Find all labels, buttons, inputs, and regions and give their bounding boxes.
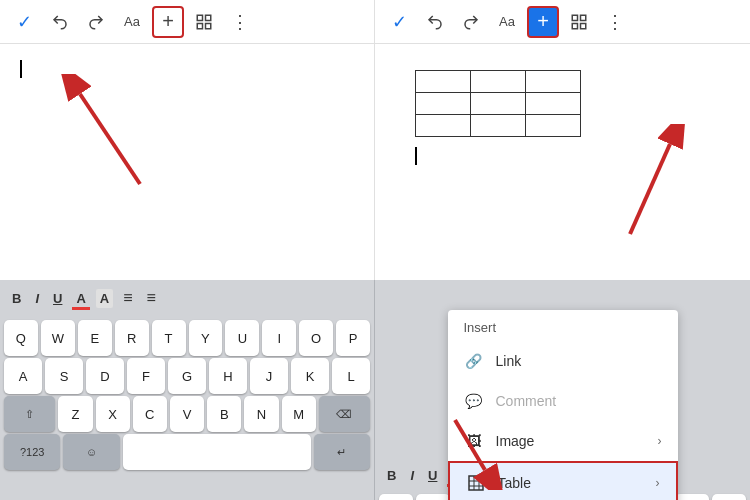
key-o[interactable]: O [299, 320, 333, 356]
more-button-right[interactable]: ⋮ [599, 6, 631, 38]
backspace-key-left[interactable]: ⌫ [319, 396, 370, 432]
menu-item-link[interactable]: 🔗 Link [448, 341, 678, 381]
grid-button-right[interactable] [563, 6, 595, 38]
table-cell[interactable] [471, 115, 526, 137]
underline-button-right[interactable]: U [424, 466, 441, 485]
list-button-left[interactable]: ≡ [143, 287, 160, 309]
toolbar-right: ✓ Aa + ⋮ [375, 0, 750, 44]
svg-rect-12 [469, 476, 483, 490]
key-k[interactable]: K [291, 358, 329, 394]
toolbar-left: ✓ Aa + ⋮ [0, 0, 374, 44]
key-j[interactable]: J [250, 358, 288, 394]
emoji-key-left[interactable]: ☺ [63, 434, 119, 470]
table-cell[interactable] [416, 93, 471, 115]
undo-button-right[interactable] [419, 6, 451, 38]
key-row-2-left: A S D F G H J K L [4, 358, 370, 394]
menu-item-label-comment: Comment [496, 393, 557, 409]
table-cell[interactable] [526, 115, 581, 137]
key-b[interactable]: B [207, 396, 241, 432]
comment-icon: 💬 [464, 391, 484, 411]
inserted-table [415, 70, 581, 137]
shift-key-left[interactable]: ⇧ [4, 396, 55, 432]
svg-rect-9 [581, 23, 586, 28]
key-w-r[interactable]: W [416, 494, 450, 500]
menu-item-label-link: Link [496, 353, 522, 369]
table-cell[interactable] [416, 115, 471, 137]
bold-button-left[interactable]: B [8, 289, 25, 308]
bold-button-right[interactable]: B [383, 466, 400, 485]
italic-button-left[interactable]: I [31, 289, 43, 308]
key-o-r[interactable]: O [675, 494, 709, 500]
key-i[interactable]: I [262, 320, 296, 356]
redo-button-left[interactable] [80, 6, 112, 38]
text-color-button-left[interactable]: A [72, 289, 89, 308]
key-m[interactable]: M [282, 396, 316, 432]
arrow-to-table [610, 124, 710, 244]
key-y[interactable]: Y [189, 320, 223, 356]
key-u[interactable]: U [225, 320, 259, 356]
menu-item-table[interactable]: Table › [448, 461, 678, 500]
key-n[interactable]: N [244, 396, 278, 432]
key-l[interactable]: L [332, 358, 370, 394]
key-z[interactable]: Z [58, 396, 92, 432]
grid-button-left[interactable] [188, 6, 220, 38]
key-v[interactable]: V [170, 396, 204, 432]
key-h[interactable]: H [209, 358, 247, 394]
undo-button-left[interactable] [44, 6, 76, 38]
key-q-r[interactable]: Q [379, 494, 413, 500]
key-t[interactable]: T [152, 320, 186, 356]
svg-line-5 [80, 94, 140, 184]
underline-button-left[interactable]: U [49, 289, 66, 308]
font-button-right[interactable]: Aa [491, 6, 523, 38]
table-cell[interactable] [471, 93, 526, 115]
link-icon: 🔗 [464, 351, 484, 371]
key-w[interactable]: W [41, 320, 75, 356]
table-cell[interactable] [526, 93, 581, 115]
menu-header: Insert [448, 310, 678, 341]
menu-item-comment[interactable]: 💬 Comment [448, 381, 678, 421]
keyboard-right-area: Insert 🔗 Link 💬 Comment 🖼 Image › [375, 280, 750, 500]
cursor-left [20, 60, 22, 78]
key-g[interactable]: G [168, 358, 206, 394]
key-p-r[interactable]: P [712, 494, 746, 500]
key-row-4-left: ?123 ☺ ↵ [4, 434, 370, 470]
num-key-left[interactable]: ?123 [4, 434, 60, 470]
svg-rect-0 [197, 15, 202, 20]
cursor-right [415, 147, 730, 169]
key-row-3-left: ⇧ Z X C V B N M ⌫ [4, 396, 370, 432]
key-d[interactable]: D [86, 358, 124, 394]
key-c[interactable]: C [133, 396, 167, 432]
menu-item-label-table: Table [498, 475, 531, 491]
highlight-button-left[interactable]: A [96, 289, 113, 308]
more-button-left[interactable]: ⋮ [224, 6, 256, 38]
check-button-right[interactable]: ✓ [383, 6, 415, 38]
key-s[interactable]: S [45, 358, 83, 394]
key-p[interactable]: P [336, 320, 370, 356]
enter-key-left[interactable]: ↵ [314, 434, 370, 470]
arrow-to-add-button [60, 74, 180, 194]
insert-context-menu: Insert 🔗 Link 💬 Comment 🖼 Image › [448, 310, 678, 500]
key-q[interactable]: Q [4, 320, 38, 356]
table-cell[interactable] [416, 71, 471, 93]
key-x[interactable]: X [96, 396, 130, 432]
menu-item-image[interactable]: 🖼 Image › [448, 421, 678, 461]
font-button-left[interactable]: Aa [116, 6, 148, 38]
space-key-left[interactable] [123, 434, 311, 470]
key-r[interactable]: R [115, 320, 149, 356]
table-cell[interactable] [471, 71, 526, 93]
svg-rect-2 [197, 23, 202, 28]
svg-rect-7 [581, 15, 586, 20]
svg-rect-3 [206, 23, 211, 28]
add-button-right[interactable]: + [527, 6, 559, 38]
key-a[interactable]: A [4, 358, 42, 394]
italic-button-right[interactable]: I [406, 466, 418, 485]
table-cell[interactable] [526, 71, 581, 93]
add-button-left[interactable]: + [152, 6, 184, 38]
align-button-left[interactable]: ≡ [119, 287, 136, 309]
redo-button-right[interactable] [455, 6, 487, 38]
table-icon [466, 473, 486, 493]
table-arrow-icon: › [656, 476, 660, 490]
key-e[interactable]: E [78, 320, 112, 356]
key-f[interactable]: F [127, 358, 165, 394]
check-button-left[interactable]: ✓ [8, 6, 40, 38]
